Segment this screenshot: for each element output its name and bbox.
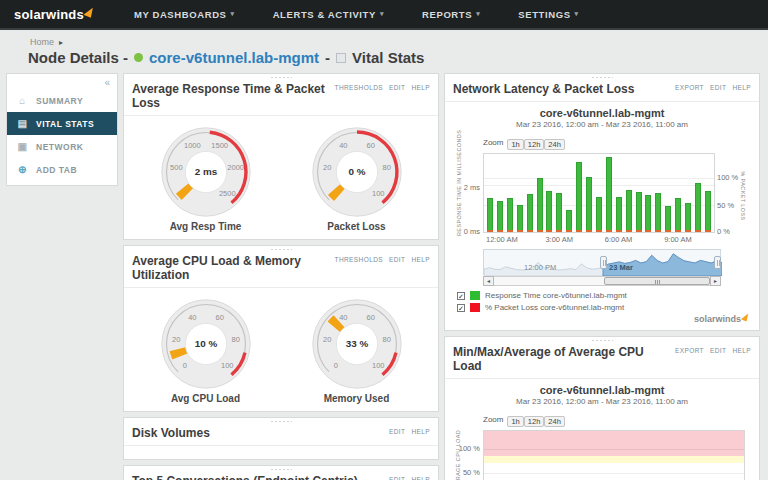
panel-link-help[interactable]: HELP (732, 84, 751, 91)
main-menu: MY DASHBOARDS▾ ALERTS & ACTIVITY▾ REPORT… (134, 9, 579, 20)
scrollbar-thumb[interactable] (604, 277, 710, 285)
nav-settings[interactable]: SETTINGS▾ (518, 9, 578, 20)
panel-link-edit[interactable]: EDIT (710, 84, 726, 91)
gauge-label: Avg Resp Time (159, 221, 253, 232)
panel-link-help[interactable]: HELP (732, 347, 751, 354)
y-tick: 2 ms (453, 183, 480, 192)
nav-my-dashboards[interactable]: MY DASHBOARDS▾ (134, 9, 235, 20)
gauge-label: Packet Loss (310, 221, 404, 232)
panel-header: Network Latency & Packet Loss EXPORTEDIT… (445, 74, 759, 102)
packet-loss-marker (556, 230, 562, 232)
zoom-button-24h[interactable]: 24h (544, 139, 565, 150)
panel-link-edit[interactable]: EDIT (710, 347, 726, 354)
response-time-bar (685, 203, 691, 232)
x-tick-label: 3:00 AM (545, 235, 573, 244)
navigator-handle-right[interactable] (714, 256, 721, 269)
panel-header: Average CPU Load & Memory Utilization TH… (124, 246, 438, 288)
x-tick-label: 9:00 AM (664, 235, 692, 244)
panel-header: Average Response Time & Packet Loss THRE… (124, 74, 438, 116)
sidebar-item-summary[interactable]: ⌂ SUMMARY (7, 89, 117, 112)
panel-link-help[interactable]: HELP (411, 428, 430, 435)
panel-link-edit[interactable]: EDIT (389, 84, 405, 91)
chart-date-range: Mar 23 2016, 12:00 am - Mar 23 2016, 11:… (453, 397, 751, 406)
sidebar-item-network[interactable]: ▣ NETWORK (7, 135, 117, 158)
panel-link-edit[interactable]: EDIT (389, 428, 405, 435)
bars-plot-area (483, 153, 715, 233)
nav-reports[interactable]: REPORTS▾ (422, 9, 480, 20)
scroll-right-button[interactable]: ▸ (710, 276, 721, 286)
page-title-view: Vital Stats (352, 49, 424, 66)
navigator-handle-left[interactable] (600, 256, 607, 269)
y-axis-label-left: RESPONSE TIME IN MILLISECONDS (456, 156, 462, 236)
breadcrumb-home[interactable]: Home (30, 37, 54, 47)
svg-text:100: 100 (371, 361, 384, 370)
chart-title: core-v6tunnel.lab-mgmt (453, 107, 751, 119)
packet-loss-marker (626, 230, 632, 232)
x-axis-labels: 12:00 AM3:00 AM6:00 AM9:00 AM (483, 235, 715, 245)
brand-logo[interactable]: solarwinds (14, 7, 94, 22)
packet-loss-marker (675, 230, 681, 232)
legend-checkbox[interactable]: ✓ (457, 304, 465, 312)
gauge-memory-used: 02040608010033 %Memory Used (310, 297, 404, 404)
panel-title: Disk Volumes (132, 426, 210, 440)
gauge-body: 02040608010010 %Avg CPU Load020406080100… (124, 288, 438, 411)
packet-loss-marker (507, 230, 513, 232)
legend-swatch (470, 303, 480, 312)
response-time-bar (655, 193, 661, 232)
svg-text:80: 80 (382, 335, 390, 344)
scroll-left-button[interactable]: ◂ (483, 276, 494, 286)
chart-navigator[interactable]: 12:00 PM23 Mar (483, 249, 721, 275)
panel-link-thresholds[interactable]: THRESHOLDS (335, 84, 383, 91)
node-link[interactable]: core-v6tunnel.lab-mgmt (149, 49, 319, 66)
legend-row: ✓% Packet Loss core-v6tunnel.lab-mgmt (457, 303, 751, 312)
sidebar-collapse-button[interactable]: « (7, 74, 117, 89)
packet-loss-marker (655, 230, 661, 232)
scrollbar-track[interactable] (494, 276, 710, 286)
sidebar: « ⌂ SUMMARY ▤ VITAL STATS ▣ NETWORK ⊕ AD… (6, 73, 118, 186)
panel-link-export[interactable]: EXPORT (675, 84, 704, 91)
panel-link-export[interactable]: EXPORT (675, 347, 704, 354)
legend-checkbox[interactable]: ✓ (457, 292, 465, 300)
response-time-bar (645, 195, 651, 232)
panel-link-help[interactable]: HELP (411, 256, 430, 263)
left-column: Average Response Time & Packet Loss THRE… (123, 73, 439, 480)
response-time-bar (537, 178, 543, 232)
zoom-label: Zoom (483, 138, 503, 147)
sidebar-item-label: SUMMARY (36, 96, 83, 106)
gauge-avg-resp-time: 50010001500200025002 msAvg Resp Time (159, 125, 253, 232)
panel-link-edit[interactable]: EDIT (389, 476, 405, 480)
panel-link-help[interactable]: HELP (411, 476, 430, 480)
zoom-button-12h[interactable]: 12h (524, 416, 545, 427)
zoom-button-24h[interactable]: 24h (544, 416, 565, 427)
panel-link-edit[interactable]: EDIT (389, 256, 405, 263)
page-title-separator: - (325, 49, 330, 66)
packet-loss-marker (606, 230, 612, 232)
sidebar-item-add-tab[interactable]: ⊕ ADD TAB (7, 158, 117, 181)
y-tick: 50 % (453, 468, 480, 477)
nav-alerts-activity[interactable]: ALERTS & ACTIVITY▾ (273, 9, 384, 20)
cpu-chart: AVERAGE CPU LOAD 100 % 50 % 0 % (453, 430, 751, 480)
zoom-button-1h[interactable]: 1h (507, 416, 523, 427)
response-time-bar (566, 210, 572, 232)
svg-text:1500: 1500 (211, 141, 228, 150)
top-nav: solarwinds MY DASHBOARDS▾ ALERTS & ACTIV… (0, 0, 768, 30)
breadcrumb: Home ▸ (30, 37, 768, 47)
sidebar-item-vital-stats[interactable]: ▤ VITAL STATS (7, 112, 117, 135)
zoom-button-12h[interactable]: 12h (524, 139, 545, 150)
svg-text:500: 500 (170, 163, 183, 172)
menu-label: ALERTS & ACTIVITY (273, 9, 376, 20)
response-time-bar (705, 191, 711, 232)
panel-link-help[interactable]: HELP (411, 84, 430, 91)
packet-loss-marker (596, 230, 602, 232)
response-time-bar (487, 198, 493, 232)
chevron-down-icon: ▾ (476, 10, 480, 18)
page-title: Node Details - core-v6tunnel.lab-mgmt - … (28, 49, 768, 66)
panel-header: Min/Max/Average of Average CPU Load EXPO… (445, 337, 759, 379)
panel-link-thresholds[interactable]: THRESHOLDS (335, 256, 383, 263)
chart-date-range: Mar 23 2016, 12:00 am - Mar 23 2016, 11:… (453, 120, 751, 129)
menu-label: SETTINGS (518, 9, 570, 20)
zoom-button-1h[interactable]: 1h (507, 139, 523, 150)
packet-loss-marker (616, 230, 622, 232)
packet-loss-marker (517, 230, 523, 232)
sidebar-item-label: VITAL STATS (36, 119, 94, 129)
